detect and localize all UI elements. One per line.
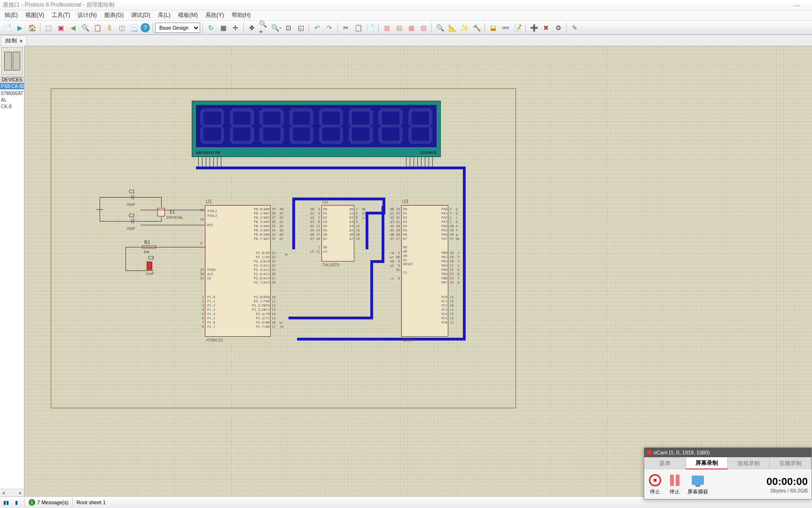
search-icon[interactable]: 🔍: [79, 22, 91, 33]
pcb-icon[interactable]: ⬓: [487, 22, 499, 33]
u2-nums-left: d0 3 d1 4 d2 7 d3 8 d4 13 d5 14 d6 17 d7…: [303, 207, 320, 254]
find-icon[interactable]: 🔍: [434, 22, 445, 33]
device-preview: [1, 47, 23, 75]
new-icon[interactable]: 📄: [2, 22, 13, 33]
device-list[interactable]: 07M006ATI AL CK-8: [0, 89, 24, 489]
menu-system[interactable]: 系统(Y): [202, 10, 228, 20]
undo-icon[interactable]: ↶: [312, 22, 323, 33]
menu-charts[interactable]: 图表(G): [101, 10, 127, 20]
bus-wire: [297, 338, 465, 341]
wave-icon[interactable]: ◀: [67, 22, 78, 33]
wand-icon[interactable]: ✨: [459, 22, 470, 33]
schematic-icon[interactable]: ⬚: [43, 22, 54, 33]
ocam-tab-menu[interactable]: 菜单: [644, 457, 686, 469]
zoomin-icon[interactable]: 🔍+: [258, 22, 270, 33]
measure-icon[interactable]: 📐: [446, 22, 458, 33]
redo-icon[interactable]: ↷: [324, 22, 335, 33]
sim-stop-button[interactable]: ▮: [12, 498, 21, 507]
ocam-stop-button[interactable]: 停止: [648, 473, 662, 495]
block3-icon[interactable]: ▦: [406, 22, 417, 33]
pin-stub: [210, 157, 210, 167]
ocam-tab-audio[interactable]: 音频录制: [770, 457, 812, 469]
list-item[interactable]: CK-8: [1, 103, 23, 110]
dollar-icon[interactable]: $: [104, 22, 115, 33]
remove-icon[interactable]: ✖: [540, 22, 552, 33]
zoomout-icon[interactable]: 🔍-: [271, 22, 282, 33]
ocam-capture-button[interactable]: 屏幕捕获: [687, 473, 708, 495]
menu-template[interactable]: 模板(M): [174, 10, 202, 20]
chip-icon[interactable]: ▣: [55, 22, 66, 33]
binoc-icon[interactable]: 👓: [500, 22, 511, 33]
pin-stub: [421, 157, 422, 167]
ocam-pause-button[interactable]: 停止: [668, 473, 682, 495]
block2-icon[interactable]: ▤: [393, 22, 405, 33]
menu-library[interactable]: 库(L): [154, 10, 174, 20]
compile-icon[interactable]: ⚙: [553, 22, 564, 33]
device-selected[interactable]: PX8-CA-BL: [0, 83, 24, 89]
tab-schematic[interactable]: |绘制 ×: [1, 35, 27, 46]
origin-icon[interactable]: ✛: [230, 22, 241, 33]
minimize-icon[interactable]: —: [784, 1, 809, 9]
sim-pause-button[interactable]: ▮▮: [2, 498, 10, 507]
ocam-capture-label: 屏幕捕获: [687, 488, 708, 495]
pan-icon[interactable]: ✥: [246, 22, 258, 33]
crystal-symbol[interactable]: [157, 208, 165, 216]
add-icon[interactable]: ➕: [528, 22, 539, 33]
pin-stub: [221, 157, 221, 167]
edit-icon[interactable]: ✎: [569, 22, 580, 33]
refresh-icon[interactable]: ↻: [205, 22, 217, 33]
u1-pins-xtal: XTAL1 XTAL2 RST: [207, 209, 217, 228]
block4-icon[interactable]: ▧: [418, 22, 429, 33]
u3-nums-pa: 4 a 3 b 2 c 1 d 40 e 39 f 38 g 37 dp: [450, 207, 460, 241]
menu-help[interactable]: 帮助(H): [228, 10, 255, 20]
paste-icon[interactable]: 📄: [365, 22, 376, 33]
doc-icon[interactable]: 📋: [92, 22, 103, 33]
zoomfit-icon[interactable]: ⊡: [283, 22, 294, 33]
u2-nums-right: 2 a0 5 a1 6 cs 9 12 15 16 19: [356, 207, 366, 241]
ocam-title-text: oCam (1, 0, 1919, 1080): [654, 450, 710, 455]
c3-val: 1ouF: [146, 271, 154, 276]
cap-symbol: [133, 195, 134, 199]
hscroll[interactable]: ◄►: [0, 489, 24, 496]
menu-design[interactable]: 设计(N): [74, 10, 101, 20]
copy-icon[interactable]: 📋: [352, 22, 364, 33]
c3-ref: C3: [148, 255, 154, 261]
open-icon[interactable]: ▶: [14, 22, 25, 33]
bus-wire: [463, 167, 466, 341]
label-icon[interactable]: ◫: [116, 22, 127, 33]
close-icon[interactable]: ×: [20, 38, 23, 44]
help-icon[interactable]: ?: [141, 23, 150, 32]
ocam-window[interactable]: oCam (1, 0, 1919, 1080) 菜单 屏幕录制 游戏录制 音频录…: [644, 447, 812, 500]
info-icon[interactable]: i: [29, 499, 35, 506]
block-icon[interactable]: ▥: [381, 22, 392, 33]
page-icon[interactable]: 📃: [128, 22, 140, 33]
ocam-title-bar[interactable]: oCam (1, 0, 1919, 1080): [644, 448, 812, 457]
ground-icon: [96, 207, 103, 212]
devices-header: DEVICES: [0, 76, 24, 83]
list-item[interactable]: AL: [1, 97, 23, 103]
u3-pins-pc: PC0 PC1 PC2 PC3 PC4 PC5 PC6: [436, 295, 447, 325]
ocam-tab-game[interactable]: 游戏录制: [728, 457, 770, 469]
preview-chip-icon: [13, 52, 20, 71]
menu-edit[interactable]: 辑(E): [1, 10, 22, 20]
menu-tools[interactable]: 工具(T): [48, 10, 74, 20]
menu-debug[interactable]: 调试(D): [127, 10, 154, 20]
cap-symbol[interactable]: [125, 197, 141, 198]
u3-nums-pb: 18 1 19 2 20 3 21 4 22 5 23 6 24 7 25 8: [450, 251, 460, 285]
zoomarea-icon[interactable]: ◱: [295, 22, 306, 33]
notes-icon[interactable]: 📝: [512, 22, 523, 33]
schematic-canvas[interactable]: ABCDEFG DP 12345678 C1 22pF C2 22pF X1 C…: [24, 46, 812, 496]
menu-view[interactable]: 视图(V): [22, 10, 48, 20]
ocam-tab-screen[interactable]: 屏幕录制: [686, 457, 728, 469]
cap-polar-symbol[interactable]: [147, 262, 152, 270]
c2-val: 22pF: [127, 226, 135, 230]
list-item[interactable]: 07M006ATI: [1, 90, 23, 97]
cut-icon[interactable]: ✂: [340, 22, 351, 33]
led-display-module[interactable]: ABCDEFG DP 12345678: [192, 101, 441, 157]
message-count[interactable]: 7 Message(s): [37, 500, 69, 505]
hammer-icon[interactable]: 🔨: [471, 22, 482, 33]
cap-symbol[interactable]: [125, 221, 141, 222]
home-icon[interactable]: 🏠: [26, 22, 38, 33]
grid-icon[interactable]: ▦: [218, 22, 229, 33]
design-combo[interactable]: Base Design: [155, 23, 200, 33]
